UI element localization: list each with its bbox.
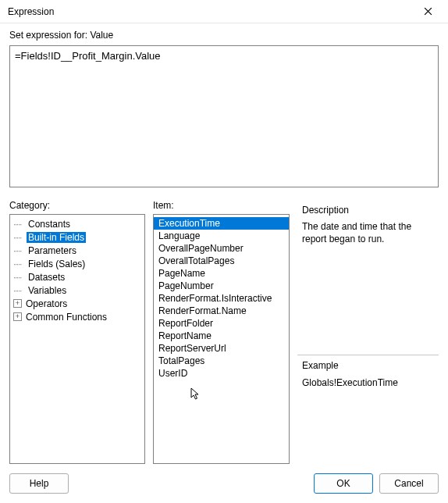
- list-item[interactable]: ReportServerUrl: [154, 342, 289, 355]
- category-item-label: Common Functions: [24, 312, 108, 323]
- right-column: Description The date and time that the r…: [297, 200, 439, 464]
- category-tree-item[interactable]: ·····Datasets: [10, 270, 144, 284]
- category-item-label: Built-in Fields: [27, 232, 86, 243]
- button-bar: Help OK Cancel: [9, 473, 439, 494]
- category-item-label: Datasets: [27, 272, 66, 283]
- expression-input[interactable]: [9, 45, 439, 187]
- list-item[interactable]: ReportName: [154, 330, 289, 342]
- example-section: Example Globals!ExecutionTime: [297, 355, 439, 464]
- ok-button[interactable]: OK: [314, 473, 373, 494]
- category-tree-item[interactable]: ·····Variables: [10, 284, 144, 297]
- close-icon: [424, 7, 432, 16]
- tree-leaf-icon: ·····: [13, 246, 24, 255]
- window-titlebar: Expression: [0, 0, 448, 23]
- panels-row: Category: ·····Constants·····Built-in Fi…: [9, 200, 439, 464]
- tree-leaf-icon: ·····: [13, 233, 24, 242]
- category-tree-item[interactable]: ·····Built-in Fields: [10, 230, 144, 244]
- category-item-label: Constants: [27, 219, 72, 230]
- description-text: The date and time that the report began …: [302, 220, 437, 245]
- category-tree-item[interactable]: +Common Functions: [10, 310, 144, 323]
- list-item[interactable]: TotalPages: [154, 355, 289, 367]
- category-item-label: Parameters: [27, 245, 78, 256]
- category-item-label: Variables: [27, 285, 68, 296]
- window-title: Expression: [8, 6, 54, 17]
- list-item[interactable]: OverallPageNumber: [154, 242, 289, 255]
- list-item[interactable]: ReportFolder: [154, 317, 289, 330]
- cancel-button[interactable]: Cancel: [379, 473, 439, 494]
- category-tree-item[interactable]: ·····Constants: [10, 217, 144, 230]
- list-item[interactable]: RenderFormat.Name: [154, 305, 289, 317]
- list-item[interactable]: PageNumber: [154, 280, 289, 292]
- category-tree[interactable]: ·····Constants·····Built-in Fields·····P…: [9, 214, 145, 464]
- list-item[interactable]: ExecutionTime: [154, 217, 289, 230]
- category-column: Category: ·····Constants·····Built-in Fi…: [9, 200, 145, 464]
- category-item-label: Operators: [24, 298, 69, 309]
- dialog-content: Set expression for: Value Category: ····…: [0, 23, 448, 503]
- item-column: Item: ExecutionTimeLanguageOverallPageNu…: [153, 200, 290, 464]
- description-section: Description The date and time that the r…: [297, 200, 439, 247]
- tree-leaf-icon: ·····: [13, 286, 24, 295]
- category-tree-item[interactable]: +Operators: [10, 297, 144, 310]
- help-button[interactable]: Help: [9, 473, 69, 494]
- category-tree-item[interactable]: ·····Parameters: [10, 244, 144, 257]
- example-header: Example: [302, 360, 437, 371]
- item-list[interactable]: ExecutionTimeLanguageOverallPageNumberOv…: [153, 214, 290, 464]
- category-item-label: Fields (Sales): [27, 259, 87, 269]
- description-header: Description: [302, 205, 437, 216]
- tree-leaf-icon: ·····: [13, 259, 24, 269]
- list-item[interactable]: RenderFormat.IsInteractive: [154, 292, 289, 305]
- list-item[interactable]: Language: [154, 230, 289, 242]
- list-item[interactable]: UserID: [154, 367, 289, 380]
- category-label: Category:: [9, 200, 145, 211]
- list-item[interactable]: PageName: [154, 267, 289, 280]
- tree-expander-icon[interactable]: +: [13, 312, 22, 321]
- category-tree-item[interactable]: ·····Fields (Sales): [10, 257, 144, 270]
- tree-expander-icon[interactable]: +: [13, 299, 22, 308]
- tree-leaf-icon: ·····: [13, 219, 24, 229]
- tree-leaf-icon: ·····: [13, 273, 24, 282]
- item-label: Item:: [153, 200, 290, 211]
- set-expression-label: Set expression for: Value: [9, 30, 439, 41]
- example-text: Globals!ExecutionTime: [302, 377, 437, 388]
- close-button[interactable]: [412, 1, 443, 23]
- list-item[interactable]: OverallTotalPages: [154, 255, 289, 267]
